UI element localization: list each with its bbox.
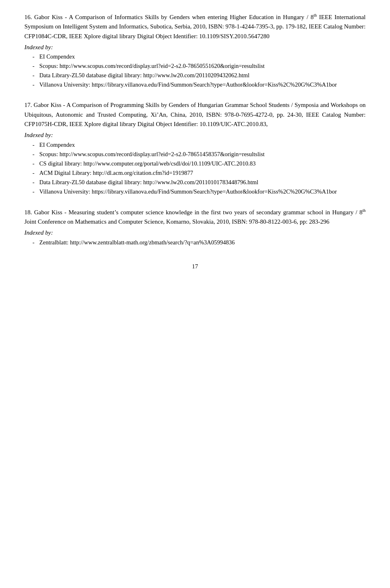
entry-17-text: Gabor Kiss - A Comparison of Programming… <box>24 102 366 127</box>
entry-18-index-list: Zentralblatt: http://www.zentralblatt-ma… <box>24 238 366 247</box>
entry-18-title: 18. Gabor Kiss - Measuring student’s com… <box>24 207 366 227</box>
list-item: Data Library-ZL50 database digital libra… <box>24 71 366 80</box>
list-item: Scopus: http://www.scopus.com/record/dis… <box>24 62 366 70</box>
list-item: EI Compendex <box>24 141 366 149</box>
list-item: CS digital library: http://www.computer.… <box>24 159 366 168</box>
entry-16-index-list: EI Compendex Scopus: http://www.scopus.c… <box>24 52 366 89</box>
entry-18-number: 18. <box>24 209 32 216</box>
entry-16-text: Gabor Kiss - A Comparison of Informatics… <box>24 14 366 39</box>
entry-16-number: 16. <box>24 14 32 20</box>
entry-17-index-list: EI Compendex Scopus: http://www.scopus.c… <box>24 141 366 196</box>
list-item: ACM Digital Library: http://dl.acm.org/c… <box>24 169 366 177</box>
list-item: Villanova University: https://library.vi… <box>24 81 366 89</box>
entry-18-text: Gabor Kiss - Measuring student’s compute… <box>24 209 366 225</box>
list-item: EI Compendex <box>24 52 366 61</box>
entry-16-title: 16. Gabor Kiss - A Comparison of Informa… <box>24 12 366 41</box>
list-item: Scopus: http://www.scopus.com/record/dis… <box>24 150 366 159</box>
document-body: 16. Gabor Kiss - A Comparison of Informa… <box>24 12 366 270</box>
entry-17-number: 17. <box>24 102 32 108</box>
entry-17-indexed-label: Indexed by: <box>24 131 366 140</box>
list-item: Zentralblatt: http://www.zentralblatt-ma… <box>24 238 366 247</box>
entry-16-indexed-label: Indexed by: <box>24 43 366 52</box>
list-item: Data Library-ZL50 database digital libra… <box>24 178 366 187</box>
entry-16: 16. Gabor Kiss - A Comparison of Informa… <box>24 12 366 89</box>
list-item: Villanova University: https://library.vi… <box>24 187 366 196</box>
entry-18-indexed-label: Indexed by: <box>24 228 366 237</box>
entry-18: 18. Gabor Kiss - Measuring student’s com… <box>24 207 366 247</box>
entry-17: 17. Gabor Kiss - A Comparison of Program… <box>24 100 366 196</box>
page-number: 17 <box>24 263 366 270</box>
entry-17-title: 17. Gabor Kiss - A Comparison of Program… <box>24 100 366 129</box>
